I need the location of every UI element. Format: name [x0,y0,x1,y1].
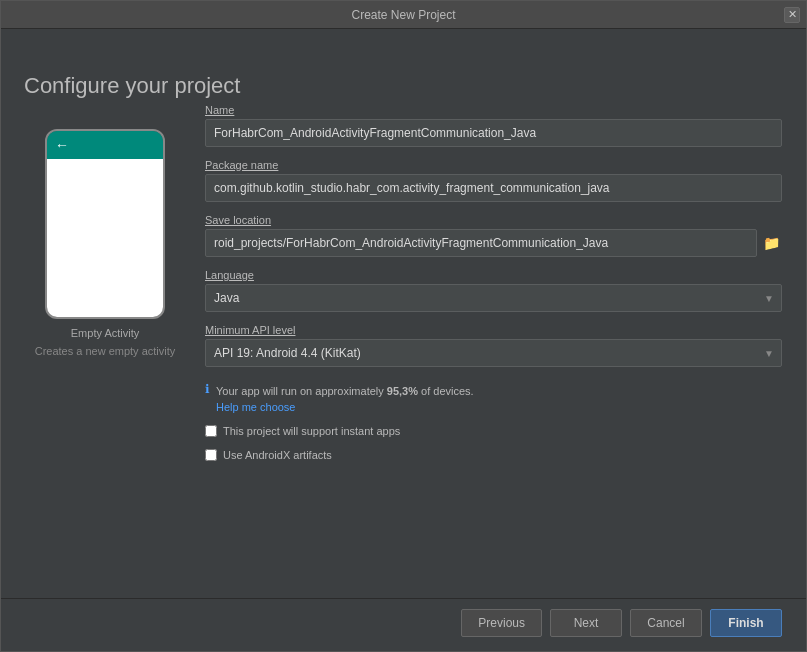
name-input[interactable] [205,119,782,147]
instant-apps-label[interactable]: This project will support instant apps [223,425,400,437]
browse-folder-button[interactable]: 📁 [761,233,782,253]
language-select[interactable]: Java Kotlin [205,284,782,312]
dialog-title: Create New Project [351,8,455,22]
package-label: Package name [205,159,782,171]
left-panel: ← Empty Activity Creates a new empty act… [25,49,185,588]
finish-button[interactable]: Finish [710,609,782,637]
androidx-checkbox[interactable] [205,449,217,461]
phone-back-arrow-icon: ← [55,137,69,153]
phone-status-bar: ← [47,131,163,159]
name-field-group: Name [205,104,782,147]
save-location-label: Save location [205,214,782,226]
min-api-field-group: Minimum API level API 16: Android 4.1 (J… [205,324,782,367]
next-button[interactable]: Next [550,609,622,637]
androidx-checkbox-row: Use AndroidX artifacts [205,449,782,461]
right-panel: Name Package name Save location 📁 [205,104,782,588]
package-input[interactable] [205,174,782,202]
min-api-select[interactable]: API 16: Android 4.1 (Jelly Bean) API 17:… [205,339,782,367]
api-info-row: ℹ Your app will run on approximately 95,… [205,381,782,413]
previous-button[interactable]: Previous [461,609,542,637]
api-info-text: Your app will run on approximately 95,3%… [216,381,474,413]
help-me-choose-link[interactable]: Help me choose [216,401,474,413]
language-select-wrapper: Java Kotlin ▼ [205,284,782,312]
min-api-label: Minimum API level [205,324,782,336]
phone-screen [47,159,163,317]
instant-apps-checkbox-row: This project will support instant apps [205,425,782,437]
min-api-select-wrapper: API 16: Android 4.1 (Jelly Bean) API 17:… [205,339,782,367]
phone-mockup: ← [45,129,165,319]
save-location-field-group: Save location 📁 [205,214,782,257]
androidx-label[interactable]: Use AndroidX artifacts [223,449,332,461]
creates-description: Creates a new empty activity [35,345,176,357]
close-button[interactable]: ✕ [784,7,800,23]
save-location-input[interactable] [205,229,757,257]
title-bar: Create New Project ✕ [1,1,806,29]
instant-apps-checkbox[interactable] [205,425,217,437]
dialog-content: ← Empty Activity Creates a new empty act… [1,29,806,598]
api-coverage-text: Your app will run on approximately 95,3%… [216,385,474,397]
package-field-group: Package name [205,159,782,202]
info-icon: ℹ [205,382,210,396]
language-label: Language [205,269,782,281]
activity-label: Empty Activity [71,327,139,339]
save-location-wrapper: 📁 [205,229,782,257]
cancel-button[interactable]: Cancel [630,609,702,637]
language-field-group: Language Java Kotlin ▼ [205,269,782,312]
name-label: Name [205,104,782,116]
dialog-footer: Previous Next Cancel Finish [1,598,806,651]
page-title: Configure your project [24,73,240,99]
